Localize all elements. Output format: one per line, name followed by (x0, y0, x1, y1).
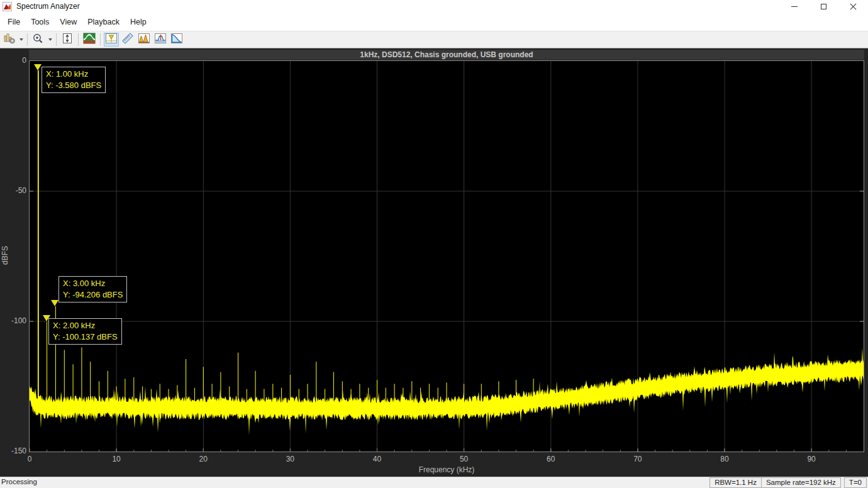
toolbar-separator (78, 33, 79, 46)
status-cells: RBW=1.1 Hz Sample rate=192 kHz T=0 (710, 477, 867, 488)
datatip-1khz[interactable]: X: 1.00 kHz Y: -3.580 dBFS (42, 67, 106, 93)
x-tick-label: 90 (802, 455, 821, 463)
x-tick-label: 10 (107, 455, 126, 463)
datatip-y-value: Y: -100.137 dBFS (53, 331, 118, 343)
datatip-x-value: X: 2.00 kHz (53, 320, 118, 331)
toolbar (0, 31, 868, 48)
spectrum-analyzer-window: Spectrum Analyzer File Tools View Playba… (0, 0, 868, 488)
spectrum-display-icon (83, 33, 96, 47)
window-title: Spectrum Analyzer (16, 2, 80, 11)
spectrum-trace (30, 61, 864, 452)
spectral-mask-icon (170, 33, 183, 47)
x-tick-label: 20 (194, 455, 213, 463)
data-cursor-icon (105, 33, 118, 47)
x-tick-label: 30 (281, 455, 299, 463)
spectrum-display-button[interactable] (82, 33, 97, 47)
status-rbw: RBW=1.1 Hz (709, 477, 762, 488)
zoom-in-icon (32, 33, 45, 47)
channel-measurements-icon (154, 33, 167, 47)
datatip-x-value: X: 1.00 kHz (46, 69, 101, 80)
status-message: Processing (0, 477, 710, 488)
peak-marker-3khz[interactable] (51, 300, 58, 306)
y-axis-label: dBFS (1, 243, 9, 268)
data-cursor-button[interactable] (104, 33, 119, 47)
x-tick-label: 70 (628, 455, 647, 463)
menu-bar: File Tools View Playback Help (0, 13, 868, 31)
plot-area[interactable] (29, 60, 864, 452)
chevron-down-icon (48, 38, 52, 41)
maximize-icon (821, 4, 826, 9)
channel-measurements-button[interactable] (153, 33, 168, 47)
datatip-2khz[interactable]: X: 2.00 kHz Y: -100.137 dBFS (48, 318, 122, 345)
toolbar-separator (100, 33, 101, 46)
peak-finder-icon (138, 33, 150, 47)
x-axis-label: Frequency (kHz) (29, 465, 864, 474)
datatip-x-value: X: 3.00 kHz (63, 278, 123, 289)
y-tick-label: -150 (0, 446, 26, 455)
spectrum-settings-button[interactable] (2, 33, 17, 47)
toolbar-separator (27, 33, 28, 46)
spectrum-settings-icon (3, 33, 16, 47)
status-time: T=0 (844, 477, 867, 488)
status-sample-rate: Sample rate=192 kHz (761, 477, 841, 488)
toolbar-separator (56, 33, 57, 46)
title-bar: Spectrum Analyzer (0, 0, 868, 13)
window-controls (779, 0, 868, 13)
chart-title: 1kHz, DSD512, Chasis grounded, USB groun… (29, 50, 864, 60)
x-tick-label: 80 (715, 455, 734, 463)
scale-y-axis-button[interactable] (60, 33, 75, 47)
menu-view[interactable]: View (55, 15, 82, 29)
status-bar: Processing RBW=1.1 Hz Sample rate=192 kH… (0, 477, 868, 488)
peak-marker-1khz[interactable] (34, 64, 42, 70)
distortion-measurements-button[interactable] (120, 33, 135, 47)
matlab-logo-icon (3, 2, 12, 11)
menu-playback[interactable]: Playback (82, 15, 125, 29)
distortion-ruler-icon (121, 33, 134, 47)
spectrum-settings-dropdown[interactable] (18, 33, 25, 47)
minimize-icon (791, 6, 798, 7)
peak-finder-button[interactable] (136, 33, 152, 47)
scale-y-axis-icon (61, 33, 74, 47)
x-tick-label: 50 (455, 455, 474, 463)
x-tick-label: 40 (368, 455, 387, 463)
spectral-mask-button[interactable] (169, 33, 184, 47)
datatip-y-value: Y: -94.206 dBFS (63, 289, 123, 301)
close-icon (850, 3, 857, 10)
zoom-dropdown[interactable] (47, 33, 53, 47)
menu-tools[interactable]: Tools (26, 15, 54, 29)
datatip-y-value: Y: -3.580 dBFS (46, 80, 101, 91)
minimize-button[interactable] (779, 0, 809, 13)
close-button[interactable] (838, 0, 868, 13)
chevron-down-icon (19, 38, 23, 41)
datatip-3khz[interactable]: X: 3.00 kHz Y: -94.206 dBFS (58, 276, 127, 302)
menu-help[interactable]: Help (125, 15, 152, 29)
x-tick-label: 60 (542, 455, 560, 463)
y-tick-label: -50 (0, 186, 26, 195)
zoom-button[interactable] (31, 33, 46, 47)
maximize-button[interactable] (809, 0, 838, 13)
y-tick-label: 0 (0, 56, 26, 65)
x-tick-label: 0 (20, 455, 39, 463)
menu-file[interactable]: File (3, 15, 25, 29)
y-tick-label: -100 (0, 316, 26, 325)
figure-area: 1kHz, DSD512, Chasis grounded, USB groun… (0, 48, 868, 477)
